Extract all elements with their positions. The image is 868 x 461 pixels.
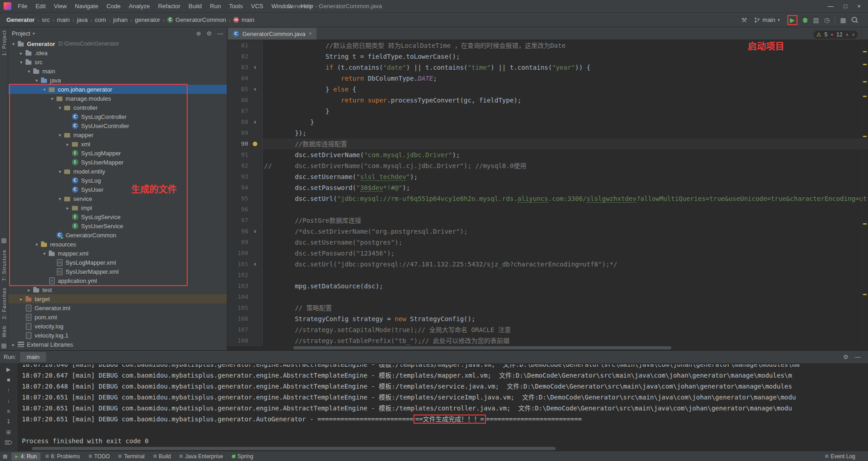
expand-arrow-icon[interactable]: ▾ <box>49 96 56 101</box>
expand-arrow-icon[interactable]: ▾ <box>33 78 40 83</box>
locate-file-button[interactable]: ⊕ <box>196 30 201 37</box>
expand-arrow-icon[interactable]: ▾ <box>18 60 25 65</box>
console-output[interactable]: 18:07:20.646 [main] DEBUG com.baomidou.m… <box>17 364 868 451</box>
expand-arrow-icon[interactable]: ▾ <box>33 242 40 247</box>
tree-item-syslogcontroller[interactable]: CSysLogController <box>8 112 227 121</box>
tree-item-generator-iml[interactable]: iGenerator.iml <box>8 303 227 312</box>
menu-vcs[interactable]: VCS <box>247 1 267 11</box>
collapse-arrow-icon[interactable]: ▸ <box>18 297 25 302</box>
tree-item-java[interactable]: ▾java <box>8 76 227 85</box>
tree-item-test[interactable]: ▸test <box>8 285 227 294</box>
tree-item-xml[interactable]: ▸xml <box>8 139 227 149</box>
tree-item-velocity-log[interactable]: velocity.log <box>8 322 227 331</box>
toolwindow-build-button[interactable]: Build <box>150 452 175 461</box>
hide-panel-button[interactable]: — <box>217 30 223 37</box>
next-issue-icon[interactable]: ∨ <box>852 32 855 37</box>
tree-item-idea[interactable]: ▸.idea <box>8 48 227 57</box>
tree-item-sysuserservice[interactable]: ISysUserService <box>8 221 227 230</box>
menu-file[interactable]: File <box>14 1 31 11</box>
tree-item-velocity-log-1[interactable]: velocity.log.1 <box>8 331 227 340</box>
breadcrumb-item-main[interactable]: mmain <box>231 15 256 24</box>
menu-view[interactable]: View <box>50 1 70 11</box>
intention-bulb-icon[interactable] <box>248 142 262 146</box>
toolwindow-6-problems-button[interactable]: 6: Problems <box>42 452 84 461</box>
tree-item-mapper-xml[interactable]: ▾mapper.xml <box>8 249 227 258</box>
tree-item-com-johan-generator[interactable]: ▾com.johan.generator <box>8 85 227 94</box>
expand-arrow-icon[interactable]: ▾ <box>56 133 63 138</box>
prev-issue-icon[interactable]: ∧ <box>846 32 849 37</box>
tree-item-syslogservice[interactable]: ISysLogService <box>8 212 227 221</box>
clear-console-icon[interactable]: ⌦ <box>0 439 17 446</box>
run-button[interactable]: ▶ <box>790 16 795 24</box>
breadcrumb-item-generatorcommon[interactable]: CGeneratorCommon <box>165 15 228 24</box>
editor-horizontal-scrollbar[interactable] <box>293 346 671 349</box>
expand-arrow-icon[interactable]: ▾ <box>10 41 17 46</box>
tree-item-resources[interactable]: ▾resources <box>8 240 227 249</box>
toolwindow-todo-button[interactable]: TODO <box>85 452 113 461</box>
settings-gear-icon[interactable]: ⚙ <box>843 353 848 360</box>
hide-panel-button[interactable]: — <box>855 353 861 360</box>
expand-arrow-icon[interactable]: ▾ <box>56 105 63 110</box>
toolwindow-structure-button[interactable]: 7: Structure <box>1 250 7 281</box>
fold-toggle-icon[interactable]: ∨ <box>248 62 262 73</box>
toolwindow-spring-button[interactable]: Spring <box>228 452 257 461</box>
minimize-button[interactable]: — <box>828 3 834 10</box>
fold-toggle-icon[interactable]: ∨ <box>248 84 262 95</box>
breadcrumb-item-java[interactable]: java <box>75 15 90 24</box>
tree-item-src[interactable]: ▾src <box>8 57 227 67</box>
menu-run[interactable]: Run <box>206 1 225 11</box>
breadcrumb-item-johan[interactable]: johan <box>111 15 129 24</box>
tree-item-sysuser[interactable]: CSysUser <box>8 185 227 194</box>
rerun-button[interactable]: ▶ <box>0 365 17 373</box>
tree-item-sysusermapper[interactable]: ISysUserMapper <box>8 158 227 167</box>
maximize-button[interactable]: □ <box>844 3 848 10</box>
tree-item-application-yml[interactable]: ≡application.yml <box>8 276 227 285</box>
soft-wrap-icon[interactable]: ≡ <box>0 407 17 415</box>
code-editor[interactable]: 81 //默认会把日期类型 转为LocalDateTime ，在查询的时候会报错… <box>227 40 868 350</box>
toolwindow-event-log-button[interactable]: Event Log <box>822 452 859 461</box>
menu-code[interactable]: Code <box>103 1 124 11</box>
breadcrumb-item-generator[interactable]: generator <box>133 15 162 24</box>
tree-item-generatorcommon[interactable]: CGeneratorCommon <box>8 230 227 240</box>
coverage-button[interactable]: ▥ <box>813 16 819 24</box>
tree-item-main[interactable]: ▾main <box>8 67 227 76</box>
toolwindow-favorites-button[interactable]: 2: Favorites <box>1 287 7 319</box>
tree-item-syslogmapper-xml[interactable]: <>SysLogMapper.xml <box>8 258 227 267</box>
close-button[interactable]: × <box>857 3 861 10</box>
menu-refactor[interactable]: Refactor <box>154 1 184 11</box>
menu-build[interactable]: Build <box>185 1 205 11</box>
tree-item-syslogmapper[interactable]: ISysLogMapper <box>8 149 227 158</box>
collapse-arrow-icon[interactable]: ▸ <box>26 287 32 292</box>
error-stripe[interactable] <box>862 27 868 350</box>
tree-item-sysusermapper-xml[interactable]: <>SysUserMapper.xml <box>8 267 227 276</box>
editor-tab-generatorcommon[interactable]: C GeneratorCommon.java × <box>228 28 317 40</box>
menu-edit[interactable]: Edit <box>32 1 49 11</box>
expand-arrow-icon[interactable]: ▾ <box>41 251 48 256</box>
breadcrumb-item-com[interactable]: com <box>93 15 108 24</box>
console-horizontal-scrollbar[interactable] <box>32 447 556 450</box>
toolwindow-terminal-button[interactable]: Terminal <box>115 452 148 461</box>
menu-analyze[interactable]: Analyze <box>125 1 153 11</box>
run-config-selector[interactable]: main ▾ <box>752 15 782 24</box>
tree-item-syslog[interactable]: CSysLog <box>8 176 227 185</box>
stripe-misc-icon[interactable] <box>1 343 6 348</box>
toolwindow-switcher-icon[interactable]: ▦ <box>3 453 7 459</box>
tree-item-pom-xml[interactable]: mpom.xml <box>8 312 227 322</box>
run-tab-main[interactable]: main <box>20 352 46 362</box>
chevron-down-icon[interactable]: ▾ <box>32 31 35 36</box>
collapse-arrow-icon[interactable]: ▸ <box>64 205 71 210</box>
menu-navigate[interactable]: Navigate <box>71 1 102 11</box>
tree-item-sysusercontroller[interactable]: CSysUserController <box>8 121 227 130</box>
settings-gear-icon[interactable]: ⚙ <box>206 30 212 37</box>
stop-button[interactable]: ■ <box>0 376 17 384</box>
toolwindow-project-button[interactable]: 1: Project <box>1 30 7 56</box>
close-tab-icon[interactable]: × <box>309 31 312 37</box>
expand-arrow-icon[interactable]: ▾ <box>56 169 63 174</box>
fold-toggle-icon[interactable]: ∧ <box>248 117 262 128</box>
collapse-arrow-icon[interactable]: ▸ <box>10 342 17 347</box>
search-everywhere-button[interactable] <box>851 16 858 23</box>
tree-item-generator[interactable]: ▾GeneratorD:\DemoCode\Generator <box>8 39 227 48</box>
print-icon[interactable]: ⊞ <box>0 428 17 436</box>
fold-toggle-icon[interactable]: ∨ <box>248 226 262 237</box>
tree-item-impl[interactable]: ▸impl <box>8 203 227 212</box>
